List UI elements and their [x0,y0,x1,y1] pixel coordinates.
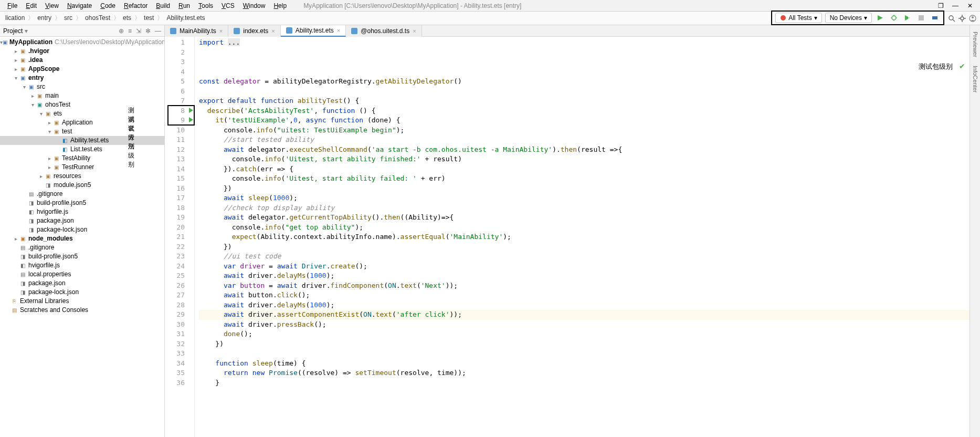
menu-run[interactable]: Run [174,1,194,11]
tree-item[interactable]: ◧List.test.ets [0,145,164,154]
code-line[interactable] [199,349,970,359]
code-line[interactable]: await driver.delayMs(1000); [199,300,970,310]
code-line[interactable] [199,48,970,58]
tree-item[interactable]: ⎘External Libraries [0,297,164,306]
tree-item[interactable]: ◨package.json [0,216,164,225]
code-line[interactable]: await delegator.executeShellCommand('aa … [199,145,970,155]
code-line[interactable]: function sleep(time) { [199,359,970,369]
code-line[interactable]: console.info("get top ability"); [199,223,970,233]
tree-item[interactable]: ▸▣TestAbility [0,154,164,163]
code-line[interactable]: it('testUiExample',0, async function (do… [199,116,970,126]
editor-tab[interactable]: @ohos.uitest.d.ts× [346,25,421,37]
menu-edit[interactable]: Edit [22,1,41,11]
crumb-6[interactable]: Ability.test.ets [163,14,208,22]
crumb-0[interactable]: lication [2,14,28,22]
code-area[interactable]: import ... const delegator = abilityDele… [195,37,970,437]
tree-item[interactable]: ▸▣.hvigor [0,47,164,56]
code-line[interactable]: expect(Ability.context.abilityInfo.name)… [199,232,970,242]
project-tree[interactable]: ▾▣MyApplicationC:\Users\lenovo\Desktop\M… [0,37,164,437]
tree-item[interactable]: ▾▣ets [0,109,164,118]
project-panel-title[interactable]: Project [3,27,23,35]
tree-item[interactable]: ◧Ability.test.ets [0,136,164,145]
crumb-3[interactable]: ohosTest [82,14,113,22]
editor-tab[interactable]: MainAbility.ts× [165,25,228,37]
run-gutter-icon[interactable] [189,108,193,113]
code-line[interactable]: }) [199,242,970,252]
stop-button[interactable] [916,13,926,23]
previewer-tab[interactable]: Previewer [972,28,978,60]
editor-gutter[interactable]: 1234567891011121314151617181920212223242… [165,37,195,437]
device-select[interactable]: No Devices ▾ [825,13,872,23]
window-close-icon[interactable]: ✕ [966,2,974,9]
editor-tab[interactable]: index.ets× [228,25,280,37]
menu-tools[interactable]: Tools [194,1,217,11]
code-line[interactable]: export default function abilityTest() { [199,96,970,106]
search-icon[interactable] [946,13,957,24]
hide-icon[interactable]: — [155,27,161,35]
tree-item[interactable]: ▸▣AppScope [0,65,164,74]
crumb-2[interactable]: src [61,14,76,22]
code-line[interactable]: await delegator.getCurrentTopAbility().t… [199,213,970,223]
code-line[interactable]: await button.click(); [199,290,970,300]
coverage-button[interactable] [902,13,913,23]
code-line[interactable] [199,67,970,77]
editor-tab[interactable]: Ability.test.ets× [281,25,346,37]
code-line[interactable]: } [199,378,970,388]
tree-item[interactable]: ▸▣.idea [0,56,164,65]
tree-item[interactable]: ◧hvigorfile.js [0,207,164,216]
code-line[interactable]: //check top display ability [199,203,970,213]
crumb-5[interactable]: test [141,14,157,22]
code-line[interactable] [199,87,970,97]
close-icon[interactable]: × [271,28,275,34]
code-line[interactable]: await driver.delayMs(1000); [199,271,970,281]
tree-item[interactable]: ▾▣test [0,127,164,136]
locate-icon[interactable]: ⊕ [119,27,124,35]
tree-item[interactable]: ▸▣TestRunner [0,163,164,172]
code-line[interactable]: return new Promise((resolve) => setTimeo… [199,368,970,378]
debug-button[interactable] [889,13,899,23]
profile-icon[interactable] [967,13,978,24]
infocenter-tab[interactable]: InfoCenter [972,63,978,96]
code-line[interactable]: done(); [199,329,970,339]
run-config-select[interactable]: All Tests ▾ [775,13,821,23]
code-line[interactable] [199,57,970,67]
tree-item[interactable]: ◨package-lock.json [0,225,164,234]
close-icon[interactable]: × [219,28,223,34]
menu-window[interactable]: Window [239,1,270,11]
code-line[interactable]: console.info("uitest: TestUiExample begi… [199,126,970,136]
crumb-4[interactable]: ets [120,14,134,22]
tree-item[interactable]: ▤.gitignore [0,190,164,199]
tree-item[interactable]: ▾▣entry [0,74,164,82]
chevron-down-icon[interactable]: ▾ [25,27,28,35]
menu-file[interactable]: File [3,1,22,11]
tree-item[interactable]: ◨build-profile.json5 [0,252,164,261]
menu-refactor[interactable]: Refactor [120,1,152,11]
menu-navigate[interactable]: Navigate [63,1,96,11]
code-line[interactable]: //ui test code [199,252,970,262]
code-line[interactable]: describe('ActsAbilityTest', function () … [199,106,970,116]
settings-icon[interactable] [957,13,967,24]
tree-item[interactable]: ▤local.properties [0,270,164,279]
tree-item[interactable]: ▸▣node_modules [0,234,164,243]
code-line[interactable]: //start tested ability [199,135,970,145]
code-line[interactable]: var driver = await Driver.create(); [199,262,970,272]
code-line[interactable]: await sleep(1000); [199,193,970,203]
close-icon[interactable]: × [337,27,340,34]
tree-item[interactable]: ◧hvigorfile.js [0,261,164,270]
code-line[interactable]: }).catch(err => { [199,164,970,174]
code-line[interactable]: const delegator = abilityDelegatorRegist… [199,77,970,87]
run-button[interactable] [875,13,886,23]
gear-icon[interactable]: ✻ [145,27,151,35]
tree-item[interactable]: ◨package.json [0,279,164,288]
tree-item[interactable]: ▤Scratches and Consoles [0,306,164,315]
code-line[interactable]: }) [199,339,970,349]
tree-root[interactable]: ▾▣MyApplicationC:\Users\lenovo\Desktop\M… [0,38,164,47]
tree-item[interactable]: ▾▣src [0,82,164,91]
menu-code[interactable]: Code [96,1,120,11]
tree-item[interactable]: ◨module.json5 [0,181,164,190]
tree-item[interactable]: ▸▣resources [0,172,164,181]
tree-item[interactable]: ▸▣main [0,91,164,100]
close-icon[interactable]: × [413,28,416,34]
code-line[interactable]: console.info('Uitest, start ability fini… [199,154,970,164]
menu-vcs[interactable]: VCS [217,1,239,11]
